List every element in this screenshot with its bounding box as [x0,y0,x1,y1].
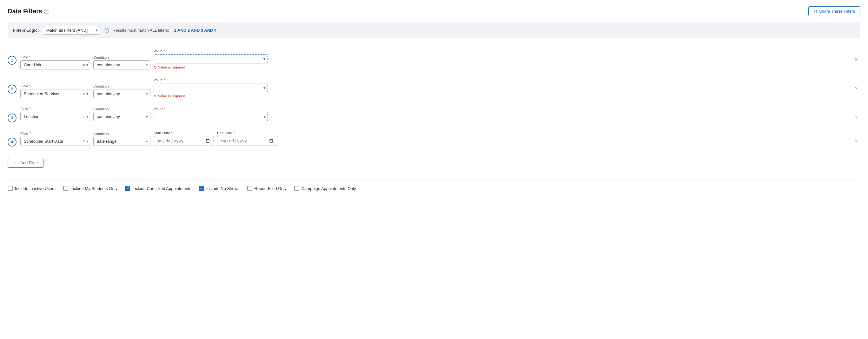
title-help-icon[interactable]: ? [44,9,49,14]
required-star-v3: * [164,107,165,111]
header-row: Data Filters ? ⊲ Share These Filters [8,6,860,16]
field-label-1: Field * [20,55,90,59]
checkbox-box-1[interactable] [8,186,13,191]
checkbox-report-filed[interactable]: Report Filed Only [247,186,287,191]
add-filter-button[interactable]: + + Add Filter [8,158,43,168]
field-select-2[interactable]: Care Unit Scheduled Services Location Sc… [20,89,90,98]
checkbox-box-2[interactable] [63,186,68,191]
value-label-3: Value * [154,107,268,111]
condition-label-4: Condition [93,132,150,136]
field-group-4-condition: Condition date range before after ▾ [93,132,150,146]
filter-fields-row-4: Field * Care Unit Scheduled Services Loc… [20,131,849,146]
filter-number-4: 4 [8,138,17,146]
checkbox-label-5: Report Filed Only [254,186,287,191]
value-label-2: Value * [154,78,268,82]
value-input-wrap-2: ▾ [154,83,268,92]
required-star-ed4: * [233,131,235,135]
field-select-wrap-1: Care Unit Scheduled Services Location Sc… [20,60,90,69]
condition-select-wrap-1: contains any contains all does not conta… [93,60,150,69]
checkbox-label-3: Include Cancelled Appointments [132,186,191,191]
checkbox-box-5[interactable] [247,186,252,191]
filter-fields-2: Field * Care Unit Scheduled Services Loc… [20,78,849,98]
filter-number-1: 1 [8,56,17,65]
filter-fields-row-1: Field * Care Unit Scheduled Services Loc… [20,49,849,69]
field-select-wrap-2: Care Unit Scheduled Services Location Sc… [20,89,90,98]
field-group-1-value: Value * ▾ ⊘ Value is required [154,49,268,69]
condition-select-3[interactable]: contains any contains all does not conta… [93,112,150,121]
share-button-label: Share These Filters [819,9,855,14]
start-date-input-4[interactable] [154,136,214,146]
field-group-1-field: Field * Care Unit Scheduled Services Loc… [20,55,90,69]
required-star-f3: * [29,107,31,111]
error-msg-1: ⊘ Value is required [154,65,268,69]
field-label-4: Field * [20,131,90,136]
condition-select-1[interactable]: contains any contains all does not conta… [93,60,150,69]
checkbox-label-4: Include No Shows [206,186,240,191]
filters-logic-row: Filters Logic: Match all Filters (AND) M… [8,23,860,38]
field-group-1-condition: Condition contains any contains all does… [93,56,150,69]
filters-area: 1 Field * Care Unit Scheduled Services [8,46,860,150]
checkbox-box-4[interactable] [199,186,204,191]
checkbox-my-students[interactable]: Include My Students Only [63,186,117,191]
remove-filter-1-button[interactable]: × [852,56,860,63]
filter-row-1: 1 Field * Care Unit Scheduled Services [8,46,860,73]
field-label-2: Field * [20,84,90,88]
field-group-3-condition: Condition contains any contains all does… [93,107,150,121]
field-group-4-field: Field * Care Unit Scheduled Services Loc… [20,131,90,146]
results-prefix: Results must match ALL filters: [113,28,169,33]
condition-select-4[interactable]: date range before after [93,137,150,146]
field-select-wrap-3: Care Unit Scheduled Services Location Sc… [20,112,90,121]
value-input-wrap-3: ▾ [154,112,268,121]
condition-select-2[interactable]: contains any contains all does not conta… [93,89,150,98]
field-group-4-enddate: End Date * [217,131,277,146]
results-expression: 1 AND 2 AND 3 AND 4 [174,28,217,33]
page-container: Data Filters ? ⊲ Share These Filters Fil… [0,0,868,339]
share-icon: ⊲ [814,9,817,14]
error-msg-2: ⊘ Value is required [154,94,268,98]
field-group-4-startdate: Start Date * [154,131,214,146]
field-group-3-value: Value * ▾ [154,107,268,121]
share-filters-button[interactable]: ⊲ Share These Filters [808,6,860,16]
error-icon-1: ⊘ [154,65,157,69]
filter-number-3: 3 [8,113,17,123]
field-label-3: Field * [20,107,90,111]
checkboxes-row: Include Inactive Users Include My Studen… [8,179,860,191]
field-select-4[interactable]: Care Unit Scheduled Services Location Sc… [20,137,90,146]
filter-fields-row-2: Field * Care Unit Scheduled Services Loc… [20,78,849,98]
checkbox-include-cancelled[interactable]: Include Cancelled Appointments [125,186,191,191]
end-date-input-4[interactable] [217,136,277,146]
filter-number-2: 2 [8,85,17,94]
filter-row-4: 4 Field * Care Unit Scheduled Services [8,128,860,150]
field-select-3[interactable]: Care Unit Scheduled Services Location Sc… [20,112,90,121]
field-select-1[interactable]: Care Unit Scheduled Services Location Sc… [20,60,90,69]
required-star: * [29,55,31,59]
value-input-3[interactable] [154,112,268,121]
required-star-v2: * [164,78,165,82]
logic-help-icon[interactable]: ? [104,28,109,33]
remove-filter-3-button[interactable]: × [852,113,860,121]
filter-fields-1: Field * Care Unit Scheduled Services Loc… [20,49,849,69]
logic-select[interactable]: Match all Filters (AND) Match any Filter… [43,26,100,35]
required-star-f2: * [29,84,31,88]
page-title-text: Data Filters [8,8,42,15]
page-title: Data Filters ? [8,8,49,15]
checkbox-box-6[interactable] [294,186,299,191]
filters-logic-label: Filters Logic: [13,28,39,33]
add-filter-icon: + [13,161,16,165]
filter-fields-row-3: Field * Care Unit Scheduled Services Loc… [20,107,849,121]
checkbox-campaign-only[interactable]: Campaign Appointments Only [294,186,356,191]
filter-fields-3: Field * Care Unit Scheduled Services Loc… [20,107,849,121]
value-input-2[interactable] [154,83,268,92]
required-star-f4: * [29,131,31,136]
field-select-wrap-4: Care Unit Scheduled Services Location Sc… [20,137,90,146]
checkbox-include-noshows[interactable]: Include No Shows [199,186,240,191]
error-icon-2: ⊘ [154,94,157,98]
condition-label-1: Condition [93,56,150,59]
checkbox-include-inactive[interactable]: Include Inactive Users [8,186,56,191]
checkbox-box-3[interactable] [125,186,130,191]
remove-filter-2-button[interactable]: × [852,85,860,92]
checkbox-label-6: Campaign Appointments Only [302,186,356,191]
remove-filter-4-button[interactable]: × [852,138,860,145]
filter-row-3: 3 Field * Care Unit Scheduled Services [8,103,860,126]
value-input-1[interactable] [154,54,268,63]
